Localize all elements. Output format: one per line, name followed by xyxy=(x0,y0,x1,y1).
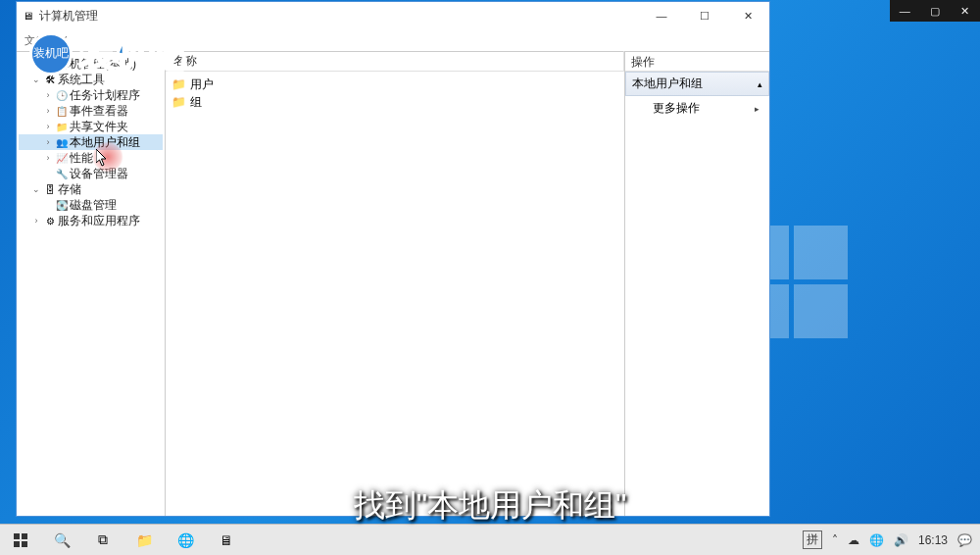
ime-indicator[interactable]: 拼 xyxy=(803,530,822,549)
tree-task-scheduler[interactable]: › 任务计划程序 xyxy=(19,87,163,103)
navigation-tree[interactable]: 计算机管理(本地) ⌄ 系统工具 › 任务计划程序 › 事件查看器 › 共享文件… xyxy=(17,52,166,516)
list-item[interactable]: 📁 组 xyxy=(172,93,618,111)
event-icon xyxy=(54,106,70,117)
maximize-button[interactable]: ☐ xyxy=(683,2,726,29)
watermark-logo: 装机吧 装机吧 xyxy=(29,28,184,78)
close-button[interactable]: ✕ xyxy=(726,2,769,29)
minimize-button[interactable]: — xyxy=(640,2,683,29)
computer-management-taskbar[interactable]: 🖥 xyxy=(206,525,247,556)
chrome-button[interactable]: 🌐 xyxy=(165,525,206,556)
network-icon[interactable]: 🌐 xyxy=(869,533,884,547)
windows-start-icon xyxy=(14,533,27,547)
bg-close-button[interactable]: ✕ xyxy=(950,0,980,22)
tree-device-manager[interactable]: 设备管理器 xyxy=(19,166,163,181)
disk-icon xyxy=(54,200,70,211)
app-icon: 🖥 xyxy=(23,10,33,22)
share-icon xyxy=(54,122,70,132)
actions-panel: 操作 本地用户和组 ▴ 更多操作 ▸ xyxy=(625,52,769,516)
device-icon xyxy=(54,169,70,179)
window-title: 计算机管理 xyxy=(39,8,640,25)
volume-icon[interactable]: 🔊 xyxy=(894,533,908,547)
tree-disk-management[interactable]: 磁盘管理 xyxy=(19,197,163,213)
list-item[interactable]: 📁 用户 xyxy=(172,76,618,93)
performance-icon xyxy=(54,153,70,164)
folder-icon: 📁 xyxy=(136,532,153,548)
chevron-right-icon: ▸ xyxy=(755,104,760,114)
action-center-icon[interactable]: 💬 xyxy=(957,533,972,547)
bg-minimize-button[interactable]: — xyxy=(890,0,920,22)
app-icon: 🖥 xyxy=(220,532,233,548)
tree-services-apps[interactable]: › 服务和应用程序 xyxy=(19,213,163,228)
task-view-button[interactable]: ⧉ xyxy=(82,525,123,556)
tree-event-viewer[interactable]: › 事件查看器 xyxy=(19,103,163,119)
start-button[interactable] xyxy=(0,525,41,556)
actions-section[interactable]: 本地用户和组 ▴ xyxy=(625,72,769,96)
collapse-icon: ▴ xyxy=(758,79,762,89)
desktop: — ▢ ✕ 🖥 计算机管理 — ☐ ✕ 文( 操作( 计算机管理(本地) ⌄ xyxy=(0,0,980,555)
content-column-header[interactable]: 名称 xyxy=(166,52,624,72)
actions-more[interactable]: 更多操作 ▸ xyxy=(625,96,769,121)
actions-header: 操作 xyxy=(625,52,769,72)
task-view-icon: ⧉ xyxy=(98,531,108,548)
clock-icon xyxy=(54,90,70,101)
file-explorer-button[interactable]: 📁 xyxy=(123,525,165,556)
watermark-text: 装机吧 xyxy=(78,28,184,78)
content-body[interactable]: 📁 用户 📁 组 xyxy=(166,72,624,516)
background-window-controls: — ▢ ✕ xyxy=(890,0,980,22)
bg-maximize-button[interactable]: ▢ xyxy=(920,0,951,22)
storage-icon xyxy=(42,184,58,195)
service-icon xyxy=(42,216,58,227)
onedrive-icon[interactable]: ☁ xyxy=(848,533,859,547)
taskbar[interactable]: 🔍 ⧉ 📁 🌐 🖥 拼 ˄ ☁ 🌐 🔊 16:13 💬 xyxy=(0,524,980,555)
folder-icon: 📁 xyxy=(172,95,186,109)
search-icon: 🔍 xyxy=(54,532,71,548)
chrome-icon: 🌐 xyxy=(177,532,194,548)
window-titlebar[interactable]: 🖥 计算机管理 — ☐ ✕ xyxy=(17,2,769,29)
column-name[interactable]: 名称 xyxy=(166,51,624,72)
watermark-badge: 装机吧 xyxy=(29,32,73,76)
tree-storage[interactable]: ⌄ 存储 xyxy=(19,181,163,197)
tree-local-users-groups[interactable]: › 本地用户和组 xyxy=(19,134,163,150)
system-tray[interactable]: 拼 ˄ ☁ 🌐 🔊 16:13 💬 xyxy=(795,530,980,549)
tree-performance[interactable]: › 性能 xyxy=(19,150,163,166)
folder-icon: 📁 xyxy=(172,77,186,91)
users-icon xyxy=(54,137,70,148)
content-panel: 名称 📁 用户 📁 组 xyxy=(166,52,625,516)
search-button[interactable]: 🔍 xyxy=(41,525,82,556)
tree-shared-folders[interactable]: › 共享文件夹 xyxy=(19,119,163,134)
tray-chevron-icon[interactable]: ˄ xyxy=(832,533,838,547)
clock[interactable]: 16:13 xyxy=(918,533,948,547)
